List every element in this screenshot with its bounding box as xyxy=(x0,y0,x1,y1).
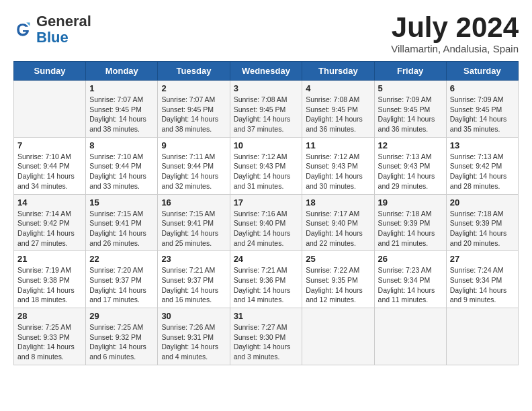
day-number: 16 xyxy=(161,197,226,208)
day-number: 14 xyxy=(17,197,82,208)
calendar-cell: 8Sunrise: 7:10 AM Sunset: 9:44 PM Daylig… xyxy=(86,137,158,194)
calendar-cell: 9Sunrise: 7:11 AM Sunset: 9:44 PM Daylig… xyxy=(158,137,230,194)
day-info: Sunrise: 7:07 AM Sunset: 9:45 PM Dayligh… xyxy=(89,95,154,134)
day-number: 27 xyxy=(450,254,515,264)
calendar-cell: 10Sunrise: 7:12 AM Sunset: 9:43 PM Dayli… xyxy=(230,137,302,194)
day-info: Sunrise: 7:19 AM Sunset: 9:38 PM Dayligh… xyxy=(17,265,82,305)
day-header-saturday: Saturday xyxy=(446,62,518,81)
calendar-cell: 1Sunrise: 7:07 AM Sunset: 9:45 PM Daylig… xyxy=(86,81,158,138)
logo-text: General Blue xyxy=(36,13,91,46)
day-number: 30 xyxy=(161,311,226,321)
calendar-cell: 22Sunrise: 7:20 AM Sunset: 9:37 PM Dayli… xyxy=(86,251,158,308)
calendar-cell: 2Sunrise: 7:07 AM Sunset: 9:45 PM Daylig… xyxy=(158,81,230,138)
day-info: Sunrise: 7:21 AM Sunset: 9:36 PM Dayligh… xyxy=(234,265,299,305)
day-header-thursday: Thursday xyxy=(302,62,374,81)
day-number: 3 xyxy=(234,83,299,93)
calendar-cell: 24Sunrise: 7:21 AM Sunset: 9:36 PM Dayli… xyxy=(230,251,302,308)
day-number: 20 xyxy=(450,197,515,208)
calendar-cell: 15Sunrise: 7:15 AM Sunset: 9:41 PM Dayli… xyxy=(86,194,158,251)
day-info: Sunrise: 7:16 AM Sunset: 9:40 PM Dayligh… xyxy=(234,209,299,248)
day-info: Sunrise: 7:21 AM Sunset: 9:37 PM Dayligh… xyxy=(161,265,226,305)
calendar-cell: 3Sunrise: 7:08 AM Sunset: 9:45 PM Daylig… xyxy=(230,81,302,138)
day-info: Sunrise: 7:08 AM Sunset: 9:45 PM Dayligh… xyxy=(306,95,370,134)
day-info: Sunrise: 7:25 AM Sunset: 9:33 PM Dayligh… xyxy=(17,322,82,362)
location: Villamartin, Andalusia, Spain xyxy=(391,43,519,54)
day-info: Sunrise: 7:09 AM Sunset: 9:45 PM Dayligh… xyxy=(450,95,515,134)
day-number: 7 xyxy=(17,140,82,150)
week-row-2: 7Sunrise: 7:10 AM Sunset: 9:44 PM Daylig… xyxy=(14,137,519,194)
day-info: Sunrise: 7:25 AM Sunset: 9:32 PM Dayligh… xyxy=(89,322,154,362)
calendar-cell: 7Sunrise: 7:10 AM Sunset: 9:44 PM Daylig… xyxy=(14,137,86,194)
day-number: 25 xyxy=(306,254,370,264)
week-row-1: 1Sunrise: 7:07 AM Sunset: 9:45 PM Daylig… xyxy=(14,81,519,138)
calendar-cell: 30Sunrise: 7:26 AM Sunset: 9:31 PM Dayli… xyxy=(158,308,230,365)
calendar-cell: 21Sunrise: 7:19 AM Sunset: 9:38 PM Dayli… xyxy=(14,251,86,308)
day-info: Sunrise: 7:10 AM Sunset: 9:44 PM Dayligh… xyxy=(89,152,154,191)
day-number: 12 xyxy=(378,140,443,150)
day-info: Sunrise: 7:12 AM Sunset: 9:43 PM Dayligh… xyxy=(306,152,370,191)
calendar-cell: 13Sunrise: 7:13 AM Sunset: 9:42 PM Dayli… xyxy=(446,137,518,194)
day-number: 10 xyxy=(234,140,299,150)
week-row-3: 14Sunrise: 7:14 AM Sunset: 9:42 PM Dayli… xyxy=(14,194,519,251)
day-info: Sunrise: 7:10 AM Sunset: 9:44 PM Dayligh… xyxy=(17,152,82,191)
day-number: 8 xyxy=(89,140,154,150)
day-header-sunday: Sunday xyxy=(14,62,86,81)
day-number: 6 xyxy=(450,83,515,93)
logo-icon xyxy=(13,20,32,39)
day-number: 17 xyxy=(234,197,299,208)
calendar-cell: 26Sunrise: 7:23 AM Sunset: 9:34 PM Dayli… xyxy=(374,251,446,308)
calendar-cell xyxy=(446,308,518,365)
day-header-wednesday: Wednesday xyxy=(230,62,302,81)
calendar-cell: 20Sunrise: 7:18 AM Sunset: 9:39 PM Dayli… xyxy=(446,194,518,251)
day-info: Sunrise: 7:14 AM Sunset: 9:42 PM Dayligh… xyxy=(17,209,82,248)
day-info: Sunrise: 7:18 AM Sunset: 9:39 PM Dayligh… xyxy=(378,209,443,248)
calendar-cell: 14Sunrise: 7:14 AM Sunset: 9:42 PM Dayli… xyxy=(14,194,86,251)
calendar-cell: 29Sunrise: 7:25 AM Sunset: 9:32 PM Dayli… xyxy=(86,308,158,365)
calendar-cell: 31Sunrise: 7:27 AM Sunset: 9:30 PM Dayli… xyxy=(230,308,302,365)
day-info: Sunrise: 7:11 AM Sunset: 9:44 PM Dayligh… xyxy=(161,152,226,191)
day-header-tuesday: Tuesday xyxy=(158,62,230,81)
calendar-cell: 5Sunrise: 7:09 AM Sunset: 9:45 PM Daylig… xyxy=(374,81,446,138)
day-info: Sunrise: 7:24 AM Sunset: 9:34 PM Dayligh… xyxy=(450,265,515,305)
calendar-cell xyxy=(14,81,86,138)
day-number: 21 xyxy=(17,254,82,264)
day-number: 13 xyxy=(450,140,515,150)
day-info: Sunrise: 7:15 AM Sunset: 9:41 PM Dayligh… xyxy=(89,209,154,248)
title-area: July 2024 Villamartin, Andalusia, Spain xyxy=(391,13,519,54)
calendar-cell: 27Sunrise: 7:24 AM Sunset: 9:34 PM Dayli… xyxy=(446,251,518,308)
day-info: Sunrise: 7:15 AM Sunset: 9:41 PM Dayligh… xyxy=(161,209,226,248)
day-number: 4 xyxy=(306,83,370,93)
day-number: 24 xyxy=(234,254,299,264)
calendar-cell: 28Sunrise: 7:25 AM Sunset: 9:33 PM Dayli… xyxy=(14,308,86,365)
calendar-cell: 11Sunrise: 7:12 AM Sunset: 9:43 PM Dayli… xyxy=(302,137,374,194)
day-number: 15 xyxy=(89,197,154,208)
day-number: 23 xyxy=(161,254,226,264)
day-number: 18 xyxy=(306,197,370,208)
day-info: Sunrise: 7:27 AM Sunset: 9:30 PM Dayligh… xyxy=(234,322,299,362)
week-row-5: 28Sunrise: 7:25 AM Sunset: 9:33 PM Dayli… xyxy=(14,308,519,365)
day-info: Sunrise: 7:17 AM Sunset: 9:40 PM Dayligh… xyxy=(306,209,370,248)
day-number: 26 xyxy=(378,254,443,264)
calendar-cell: 19Sunrise: 7:18 AM Sunset: 9:39 PM Dayli… xyxy=(374,194,446,251)
day-info: Sunrise: 7:26 AM Sunset: 9:31 PM Dayligh… xyxy=(161,322,226,362)
day-number: 31 xyxy=(234,311,299,321)
day-info: Sunrise: 7:23 AM Sunset: 9:34 PM Dayligh… xyxy=(378,265,443,305)
day-header-friday: Friday xyxy=(374,62,446,81)
calendar-cell: 6Sunrise: 7:09 AM Sunset: 9:45 PM Daylig… xyxy=(446,81,518,138)
calendar-cell: 23Sunrise: 7:21 AM Sunset: 9:37 PM Dayli… xyxy=(158,251,230,308)
calendar-cell: 16Sunrise: 7:15 AM Sunset: 9:41 PM Dayli… xyxy=(158,194,230,251)
day-number: 29 xyxy=(89,311,154,321)
day-info: Sunrise: 7:18 AM Sunset: 9:39 PM Dayligh… xyxy=(450,209,515,248)
day-info: Sunrise: 7:08 AM Sunset: 9:45 PM Dayligh… xyxy=(234,95,299,134)
day-info: Sunrise: 7:07 AM Sunset: 9:45 PM Dayligh… xyxy=(161,95,226,134)
day-info: Sunrise: 7:20 AM Sunset: 9:37 PM Dayligh… xyxy=(89,265,154,305)
day-info: Sunrise: 7:13 AM Sunset: 9:42 PM Dayligh… xyxy=(450,152,515,191)
logo: General Blue xyxy=(13,13,91,46)
day-info: Sunrise: 7:22 AM Sunset: 9:35 PM Dayligh… xyxy=(306,265,370,305)
day-number: 11 xyxy=(306,140,370,150)
day-header-monday: Monday xyxy=(86,62,158,81)
calendar-cell: 18Sunrise: 7:17 AM Sunset: 9:40 PM Dayli… xyxy=(302,194,374,251)
day-number: 2 xyxy=(161,83,226,93)
day-number: 9 xyxy=(161,140,226,150)
calendar-cell xyxy=(374,308,446,365)
